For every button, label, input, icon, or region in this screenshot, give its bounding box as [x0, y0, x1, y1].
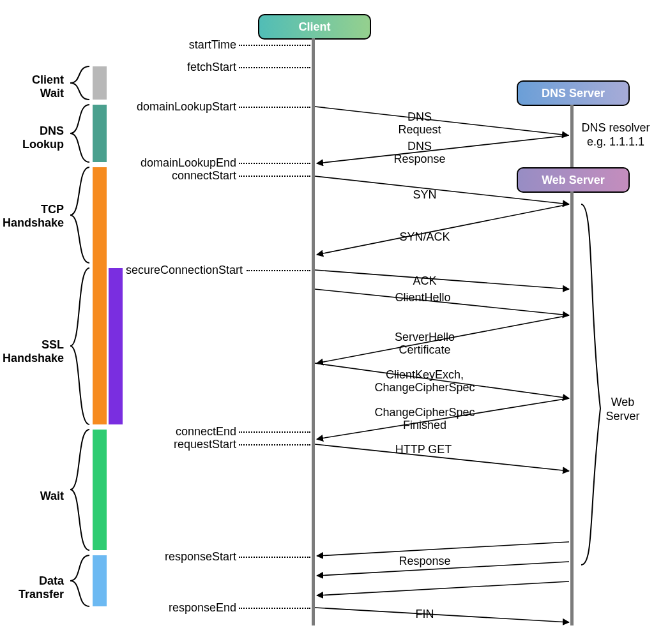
- leader-connectEnd: [239, 431, 310, 433]
- msg-fin: FIN: [402, 608, 447, 621]
- leader-domainLookupStart: [239, 107, 310, 108]
- svg-line-12: [317, 581, 569, 595]
- note-web-server: Web Server: [600, 396, 645, 423]
- timing-connectEnd: connectEnd: [134, 425, 236, 438]
- msg-dns-response: DNS Response: [388, 140, 452, 166]
- phase-tcp-handshake: TCP Handshake: [0, 203, 64, 229]
- bar-tcp-handshake: [93, 167, 107, 424]
- actor-web: Web Server: [517, 167, 630, 193]
- msg-dns-request: DNS Request: [388, 111, 452, 137]
- timing-responseEnd: responseEnd: [134, 601, 236, 615]
- bar-ssl-handshake: [109, 268, 123, 424]
- leader-requestStart: [239, 444, 310, 446]
- timing-domainLookupStart: domainLookupStart: [134, 100, 236, 114]
- bar-wait: [93, 430, 107, 550]
- msg-ack: ACK: [399, 275, 450, 288]
- leader-startTime: [239, 45, 310, 46]
- msg-syn-ack: SYN/ACK: [390, 231, 460, 244]
- msg-client-hello: ClientHello: [381, 292, 464, 304]
- bar-client-wait: [93, 66, 107, 100]
- svg-line-3: [317, 204, 569, 255]
- lifeline-web: [570, 191, 574, 625]
- msg-http-get: HTTP GET: [385, 444, 462, 456]
- lifeline-client: [312, 38, 315, 625]
- timing-connectStart: connectStart: [134, 169, 236, 183]
- timing-startTime: startTime: [134, 38, 236, 52]
- actor-client: Client: [258, 14, 371, 40]
- msg-response: Response: [390, 555, 460, 568]
- phase-data-transfer: Data Transfer: [8, 574, 64, 601]
- bar-data-transfer: [93, 555, 107, 606]
- msg-client-key-exch: ClientKeyExch, ChangeCipherSpec: [361, 369, 489, 394]
- bar-dns-lookup: [93, 105, 107, 162]
- actor-web-label: Web Server: [542, 174, 605, 187]
- leader-domainLookupEnd: [239, 163, 310, 164]
- phase-wait: Wait: [8, 490, 64, 503]
- actor-dns: DNS Server: [517, 80, 630, 106]
- diagram-root: Client DNS Server Web Server Client Wait…: [0, 0, 654, 644]
- msg-server-hello: ServerHello Certificate: [380, 331, 469, 357]
- leader-responseEnd: [239, 608, 310, 609]
- timing-fetchStart: fetchStart: [134, 61, 236, 74]
- note-dns-resolver: DNS resolver e.g. 1.1.1.1: [578, 121, 653, 149]
- lifeline-dns: [570, 105, 574, 167]
- phase-dns-lookup: DNS Lookup: [8, 124, 64, 151]
- timing-domainLookupEnd: domainLookupEnd: [134, 156, 236, 170]
- timing-secureConnectionStart: secureConnectionStart: [125, 264, 243, 277]
- phase-ssl-handshake: SSL Handshake: [0, 338, 64, 364]
- actor-client-label: Client: [298, 20, 330, 34]
- timing-requestStart: requestStart: [134, 438, 236, 451]
- actor-dns-label: DNS Server: [542, 87, 605, 100]
- svg-line-10: [317, 542, 569, 556]
- leader-secureConnectionStart: [247, 270, 310, 271]
- leader-connectStart: [239, 176, 310, 177]
- timing-responseStart: responseStart: [134, 550, 236, 564]
- phase-client-wait: Client Wait: [8, 73, 64, 100]
- leader-fetchStart: [239, 67, 310, 68]
- leader-responseStart: [239, 557, 310, 558]
- msg-change-cipher-finish: ChangeCipherSpec Finished: [367, 407, 482, 432]
- msg-syn: SYN: [399, 189, 450, 202]
